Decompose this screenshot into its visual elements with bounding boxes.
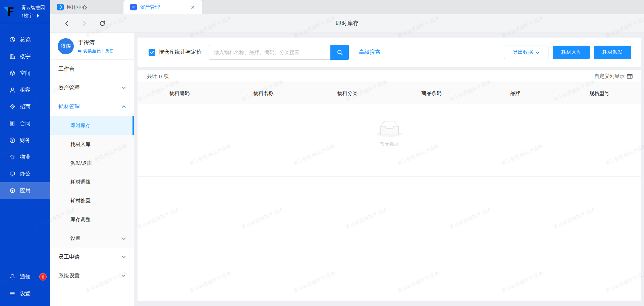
sidebar-item-apps[interactable]: 应用 (0, 182, 50, 199)
tag-icon (9, 103, 16, 110)
sidebar-item-contracts[interactable]: 合同 (0, 115, 50, 132)
submenu-item-dispatch-return[interactable]: 派发/退库 (50, 154, 134, 172)
export-label: 导出数据 (513, 49, 533, 55)
yen-circle-icon (9, 137, 16, 144)
export-data-button[interactable]: 导出数据 (504, 46, 548, 59)
submenu-label: 耗材处置 (70, 198, 91, 204)
warehouse-stat-label: 按仓库统计与定价 (159, 49, 202, 56)
sidebar-divider (0, 23, 50, 23)
menu-label: 员工申请 (58, 254, 80, 261)
sidebar-item-investment[interactable]: 招商 (0, 98, 50, 115)
monitor-icon (9, 170, 16, 177)
sidebar-item-settings[interactable]: 设置 (0, 285, 50, 302)
bell-icon (9, 273, 16, 280)
sidebar-item-office[interactable]: 办公 (0, 165, 50, 182)
page-title: 即时库存 (50, 19, 644, 27)
search-button[interactable] (330, 45, 349, 60)
tab-bar: 应用中心 资产管理 (50, 0, 644, 14)
tab-close-icon[interactable] (190, 4, 196, 10)
empty-box-icon (377, 121, 402, 137)
inventory-table-card: 共计 0 项 自定义列显示 物料编码 物料名称 物料分类 商品条码 (138, 70, 641, 301)
total-count-value: 0 (159, 73, 162, 79)
submenu-item-settings[interactable]: 设置 (50, 229, 134, 248)
main-content: 按仓库统计与定价 高级搜索 导出数据 耗材入库 耗材派发 (134, 33, 644, 306)
warehouse-stat-checkbox[interactable] (149, 49, 155, 56)
sidebar-item-label: 物业 (20, 154, 31, 161)
search-group (209, 45, 349, 60)
column-header: 规格型号 (557, 90, 641, 97)
cube-icon (9, 70, 16, 76)
secondary-sidebar: 得涛 于得涛 ⇆ 切换至员工身份 工作台 资产管理 (50, 33, 134, 306)
menu-item-consumables[interactable]: 耗材管理 (50, 97, 134, 116)
notification-badge: 6 (39, 273, 47, 280)
sidebar-item-tenants[interactable]: 租客 (0, 82, 50, 98)
person-icon (9, 87, 16, 93)
menu-item-asset-management[interactable]: 资产管理 (50, 79, 134, 97)
table-header-row: 物料编码 物料名称 物料分类 商品条码 品牌 规格型号 (138, 83, 641, 104)
table-toolbar: 共计 0 项 自定义列显示 (138, 70, 641, 83)
submenu-item-inbound[interactable]: 耗材入库 (50, 135, 134, 154)
tab-app-center[interactable]: 应用中心 (50, 0, 123, 14)
column-header: 商品条码 (389, 90, 473, 97)
brand-block[interactable]: F 青云智慧园 1楼宇 (0, 0, 50, 23)
avatar[interactable]: 得涛 (58, 38, 74, 54)
submenu-label: 耗材调拨 (70, 179, 91, 185)
sidebar-item-space[interactable]: 空间 (0, 65, 50, 82)
chevron-down-icon (122, 87, 126, 89)
sidebar-item-property[interactable]: 物业 (0, 149, 50, 165)
search-input[interactable] (209, 45, 330, 60)
search-icon (337, 49, 343, 55)
building-switcher[interactable]: 1楼宇 (21, 13, 48, 19)
user-name: 于得涛 (78, 39, 114, 46)
sidebar-item-notifications[interactable]: 通知 6 (0, 268, 50, 285)
total-count: 共计 0 项 (147, 73, 169, 80)
user-block: 得涛 于得涛 ⇆ 切换至员工身份 (50, 33, 134, 60)
sidebar-bottom: 通知 6 设置 (0, 268, 50, 302)
sidebar-item-overview[interactable]: 总览 (0, 31, 50, 48)
primary-sidebar: F 青云智慧园 1楼宇 总览 楼宇 空间 (0, 0, 50, 306)
menu-item-workbench[interactable]: 工作台 (50, 60, 134, 79)
submenu-item-transfer[interactable]: 耗材调拨 (50, 172, 134, 191)
sidebar-nav: 总览 楼宇 空间 租客 招商 合同 (0, 31, 50, 199)
menu-label: 工作台 (58, 66, 74, 73)
advanced-search-link[interactable]: 高级搜索 (359, 49, 380, 56)
sidebar-item-label: 办公 (20, 170, 31, 177)
sidebar-item-finance[interactable]: 财务 (0, 132, 50, 149)
switch-label: 切换至员工身份 (83, 48, 114, 54)
sidebar-item-label: 合同 (20, 120, 31, 127)
building-icon (9, 53, 16, 60)
submenu-item-disposal[interactable]: 耗材处置 (50, 191, 134, 210)
sidebar-item-label: 财务 (20, 137, 31, 144)
submenu-item-stock-adjust[interactable]: 库存调整 (50, 210, 134, 229)
sidebar-item-label: 应用 (20, 187, 31, 194)
submenu-label: 耗材入库 (70, 141, 91, 148)
submenu-item-realtime-inventory[interactable]: 即时库存 (50, 116, 134, 135)
column-header: 物料分类 (306, 90, 389, 97)
consumables-submenu: 即时库存 耗材入库 派发/退库 耗材调拨 耗材处置 库存调整 (50, 116, 134, 248)
consumable-dispatch-button[interactable]: 耗材派发 (594, 46, 631, 59)
work-row: 得涛 于得涛 ⇆ 切换至员工身份 工作台 资产管理 (50, 33, 644, 306)
caret-right-icon (37, 14, 39, 17)
sidebar-item-buildings[interactable]: 楼宇 (0, 48, 50, 65)
chevron-down-icon (122, 236, 126, 241)
chevron-down-icon (536, 49, 539, 55)
tab-label: 资产管理 (140, 4, 160, 10)
sidebar-item-label: 空间 (20, 70, 31, 77)
page-toolbar: 即时库存 (50, 14, 644, 33)
menu-label: 耗材管理 (58, 103, 80, 110)
menu-item-employee-apply[interactable]: 员工申请 (50, 248, 134, 266)
submenu-label: 即时库存 (70, 122, 91, 129)
chevron-down-icon (122, 274, 126, 277)
logo-letter: F (7, 5, 14, 18)
menu-label: 系统设置 (58, 272, 80, 279)
switch-icon: ⇆ (78, 48, 82, 53)
consumable-inbound-button[interactable]: 耗材入库 (553, 46, 590, 59)
tab-asset-management[interactable]: 资产管理 (123, 0, 202, 14)
brand-logo-icon: F (3, 5, 19, 18)
menu-item-system-settings[interactable]: 系统设置 (50, 266, 134, 285)
empty-text: 暂无数据 (380, 141, 399, 147)
switch-identity-link[interactable]: ⇆ 切换至员工身份 (78, 48, 114, 54)
chevron-up-icon (122, 105, 126, 108)
column-header: 物料编码 (138, 90, 221, 97)
customize-columns-button[interactable]: 自定义列显示 (594, 73, 633, 80)
